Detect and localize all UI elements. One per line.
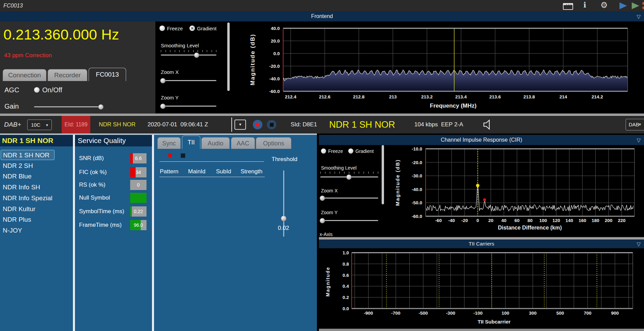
tick-label: -10.0 (412, 146, 422, 152)
cir-controls-scrollbar[interactable] (382, 145, 384, 204)
tab-sync[interactable]: Sync (157, 137, 181, 149)
smoothing-slider-handle[interactable] (194, 52, 199, 58)
tick-label: -700 (391, 311, 400, 316)
agc-radio[interactable] (34, 87, 40, 93)
cir-zoom-x-slider-handle[interactable] (320, 195, 325, 201)
tick-label: -50.0 (412, 200, 422, 205)
cir-gradient-radio[interactable] (348, 148, 353, 154)
tick-label: 214.2 (592, 94, 603, 99)
tick-label: 0 (476, 218, 479, 223)
freeze-radio[interactable] (159, 26, 165, 31)
tab-fc0013[interactable]: FC0013 (89, 68, 126, 81)
service-id: SId: D8E1 (291, 116, 317, 133)
tick-label: 212.6 (319, 94, 331, 99)
service-list-item[interactable]: N-JOY (0, 225, 72, 236)
cir-zoom-x-slider[interactable] (320, 198, 378, 199)
frontend-title: Frontend (311, 13, 333, 19)
controls-scrollbar[interactable] (227, 22, 230, 91)
gain-slider[interactable] (34, 106, 102, 107)
collapse-arrow-icon[interactable]: ▽ (637, 14, 641, 19)
zoom-y-slider-handle[interactable] (160, 104, 166, 109)
tick-label: -60.0 (269, 89, 280, 94)
tick-label: 200 (605, 218, 613, 223)
agc-onoff-label: On/Off (42, 86, 62, 94)
gain-label: Gain (4, 103, 19, 110)
spectrum-controls: Freeze Gradient Smoothing Level Zoom X Z… (155, 21, 235, 113)
quality-bar-value: 0.22 (130, 206, 147, 217)
quality-bar: 96.0 (130, 220, 147, 230)
frequency-display: 0.213.360.000 Hz (3, 26, 119, 43)
tab-tii[interactable]: TII (182, 136, 200, 149)
threshold-value: 0.02 (277, 225, 290, 232)
tab-recorder[interactable]: Recorder (48, 69, 87, 81)
quality-bar: 6.6 (130, 153, 147, 163)
zoom-x-slider[interactable] (161, 80, 216, 81)
service-list-item[interactable]: NDR Plus (0, 215, 72, 225)
bottom-scrollbar[interactable] (319, 329, 644, 331)
service-list-item[interactable]: NDR Info Spezial (0, 193, 72, 203)
output-select[interactable]: DAB ▼ (626, 119, 644, 130)
play-icon-blue[interactable] (619, 2, 627, 9)
quality-row-label: SNR (dB) (79, 153, 104, 163)
gradient-label: Gradient (197, 26, 217, 31)
tab-aac[interactable]: AAC (231, 137, 255, 149)
tick-label: -60.0 (412, 214, 422, 219)
column-header-subid: SubId (216, 168, 231, 175)
tick-label: Magnitude (325, 267, 331, 297)
service-list-item[interactable]: NDR Info SH (0, 182, 72, 192)
cir-x-axis-label: x-Axis (320, 232, 333, 237)
gradient-radio[interactable] (189, 26, 195, 31)
service-list-item[interactable]: NDR 1 SH NOR (1, 150, 55, 160)
window-icon[interactable]: ● ● ● (563, 3, 573, 10)
speaker-icon[interactable] (482, 119, 493, 130)
tick-label: -900 (364, 311, 373, 316)
smoothing-slider[interactable] (161, 54, 216, 56)
channel-select[interactable]: 10C ▼ (27, 120, 52, 130)
tick-label: 213.4 (455, 94, 467, 99)
quality-row-label: Null Symbol (79, 193, 110, 203)
separator (231, 117, 232, 132)
smoothing-ticks (161, 50, 216, 52)
cir-zoom-y-slider[interactable] (320, 220, 378, 221)
gear-icon[interactable]: ⚙ (600, 1, 608, 9)
tab-options[interactable]: Options (256, 137, 291, 149)
tick-label: 213.6 (489, 94, 501, 99)
zoom-x-slider-handle[interactable] (160, 78, 166, 83)
right-section: Channel Impulse Response (CIR) ▽ Freeze … (319, 135, 644, 331)
play-icon-green[interactable] (632, 2, 639, 9)
tick-label: 40.0 (271, 26, 280, 31)
agc-label: AGC (4, 86, 19, 94)
tab-audio[interactable]: Audio (201, 137, 230, 149)
record-button[interactable] (253, 120, 262, 129)
tab-connection[interactable]: Connection (3, 69, 46, 81)
info-icon[interactable]: ℹ (583, 1, 586, 9)
threshold-slider-handle[interactable] (281, 216, 287, 221)
cir-smoothing-slider-handle[interactable] (346, 174, 352, 180)
tii-dark-indicator (181, 153, 185, 158)
stop-button[interactable] (267, 120, 276, 129)
zoom-y-slider[interactable] (161, 106, 216, 107)
separator-line (159, 161, 264, 162)
service-list-item[interactable]: NDR Kultur (0, 204, 72, 214)
gain-slider-handle[interactable] (98, 104, 104, 110)
service-dropdown-button[interactable]: ▼ (234, 120, 246, 130)
record-icon (256, 123, 260, 127)
cir-smoothing-ticks (320, 172, 378, 174)
cir-freeze-radio[interactable] (321, 148, 326, 154)
cir-zoom-y-slider-handle[interactable] (320, 218, 325, 223)
collapse-arrow-icon[interactable]: ▽ (637, 138, 641, 143)
cir-zoom-y-label: Zoom Y (321, 210, 338, 215)
tick-label: 214 (559, 94, 567, 99)
header-underline (159, 177, 265, 177)
clipped-icon-dot (642, 2, 644, 5)
collapse-arrow-icon[interactable]: ▽ (637, 241, 641, 247)
echo-path-dot (483, 198, 486, 201)
service-list-item[interactable]: NDR 2 SH (0, 161, 72, 171)
service-list-item[interactable]: NDR Blue (0, 171, 72, 182)
tick-label: -30.0 (412, 173, 422, 178)
tick-label: 700 (584, 311, 592, 316)
dab-status-bar: DAB+ 10C ▼ EId: 1189 NDR SH NOR 2020-07-… (0, 116, 644, 133)
channel-value: 10C (31, 122, 41, 128)
quality-bar-value (130, 193, 147, 203)
dropdown-arrow-icon: ▼ (638, 119, 642, 130)
